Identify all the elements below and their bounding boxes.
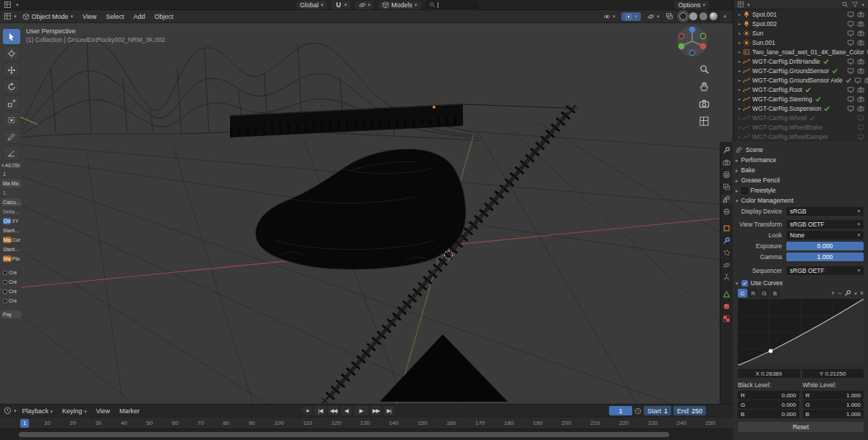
- curve-point-selected[interactable]: [769, 349, 773, 353]
- disclosure-icon[interactable]: ▸: [739, 96, 741, 101]
- outliner-item[interactable]: ▸WGT-CarRig.Suspension: [733, 103, 868, 113]
- filter-icon[interactable]: [851, 1, 859, 8]
- outliner-item[interactable]: ▸Sun.001: [733, 38, 868, 47]
- outliner-item[interactable]: ▸Spot.001: [733, 9, 868, 19]
- monitor-icon[interactable]: [857, 114, 864, 122]
- tool-transform[interactable]: [3, 112, 20, 127]
- options-dropdown[interactable]: Options ▾: [674, 1, 709, 9]
- monitor-icon[interactable]: [847, 86, 854, 93]
- checkbox[interactable]: [3, 289, 7, 294]
- models-dropdown[interactable]: Models ▾: [378, 1, 421, 9]
- section-bake[interactable]: ▸Bake: [736, 165, 864, 175]
- section-grease-pencil[interactable]: ▸Grease Pencil: [736, 175, 864, 185]
- timeline-scrollbar[interactable]: [0, 428, 733, 440]
- addon-button[interactable]: Ma Ma: [1, 179, 22, 187]
- addon-button[interactable]: Calcu...: [1, 198, 22, 206]
- channel-c-button[interactable]: C: [738, 289, 747, 297]
- disclosure-icon[interactable]: ▸: [739, 87, 741, 92]
- tab-texture[interactable]: [721, 313, 733, 323]
- disclosure-icon[interactable]: ▸: [739, 21, 741, 26]
- white-b-field[interactable]: B1.000: [803, 410, 864, 418]
- search-icon[interactable]: [841, 1, 848, 8]
- zoom-out-button[interactable]: −: [838, 289, 841, 297]
- monitor-icon[interactable]: [854, 77, 861, 84]
- outliner-item[interactable]: ▸WGT-CarRig.Wheel: [733, 113, 868, 122]
- transform-orientation-dropdown[interactable]: Global ▾: [297, 1, 328, 9]
- outliner-item[interactable]: ▸Two_lane_road_wet_01_4K_Base_Color: [733, 47, 868, 56]
- curve-graph[interactable]: [738, 299, 864, 365]
- scrollbar-thumb[interactable]: [19, 432, 669, 437]
- outliner-item[interactable]: ▸WGT-CarRig.DriftHandle: [733, 56, 868, 66]
- tool-annotate[interactable]: [3, 129, 20, 144]
- outliner-item[interactable]: ▸Sun: [733, 28, 868, 38]
- light-object-dot[interactable]: [433, 106, 435, 109]
- tab-object-data[interactable]: [721, 289, 733, 299]
- black-g-field[interactable]: G0.000: [738, 400, 799, 409]
- camera-icon[interactable]: [857, 20, 864, 28]
- editor-type-icon[interactable]: [4, 12, 12, 20]
- tab-material[interactable]: [721, 301, 733, 311]
- outliner-item[interactable]: ▸WGT-CarRig.Steering: [733, 94, 868, 103]
- checkbox[interactable]: [3, 271, 7, 275]
- camera-view-icon[interactable]: [699, 98, 710, 109]
- addon-checkbox-row[interactable]: Cre: [1, 287, 22, 295]
- monitor-icon[interactable]: [857, 124, 864, 131]
- play-reverse-button[interactable]: ◀: [341, 406, 352, 415]
- auto-key-button[interactable]: ●: [302, 406, 312, 415]
- tool-cursor[interactable]: [3, 46, 20, 61]
- monitor-icon[interactable]: [847, 105, 854, 112]
- addon-field[interactable]: OriXY: [1, 217, 22, 225]
- monitor-icon[interactable]: [847, 96, 854, 103]
- chevron-down-icon[interactable]: ▾: [861, 2, 864, 7]
- disclosure-icon[interactable]: ▸: [739, 124, 741, 130]
- editor-type-icon[interactable]: [737, 1, 744, 8]
- section-freestyle[interactable]: ▸Freestyle: [736, 185, 864, 195]
- outliner-item[interactable]: ▸WGT-CarRig.GroundSensor Axle: [733, 75, 868, 85]
- menu-object[interactable]: Object: [150, 12, 176, 22]
- addon-button[interactable]: Pay: [1, 310, 22, 318]
- disclosure-icon[interactable]: ▸: [739, 12, 741, 17]
- search-input[interactable]: [425, 1, 479, 9]
- disclosure-icon[interactable]: ▸: [739, 106, 741, 111]
- monitor-icon[interactable]: [847, 11, 854, 18]
- shading-material-button[interactable]: [699, 12, 707, 20]
- section-color-management[interactable]: ▾Color Management: [736, 195, 864, 206]
- camera-icon[interactable]: [857, 67, 864, 75]
- menu-playback[interactable]: Playback ▾: [19, 406, 57, 416]
- black-b-field[interactable]: B0.000: [738, 410, 799, 418]
- prev-keyframe-button[interactable]: ◀◀: [328, 406, 339, 415]
- monitor-icon[interactable]: [847, 39, 854, 46]
- disclosure-icon[interactable]: ▸: [739, 30, 741, 35]
- preview-range-icon[interactable]: [634, 407, 642, 415]
- monitor-icon[interactable]: [847, 58, 854, 65]
- use-curves-row[interactable]: ▾ Use Curves: [736, 278, 864, 288]
- chevron-down-icon[interactable]: ▾: [747, 2, 750, 7]
- channel-r-button[interactable]: R: [749, 289, 758, 297]
- freestyle-checkbox[interactable]: [741, 187, 748, 194]
- gizmos-dropdown[interactable]: ▾: [621, 12, 641, 21]
- tab-output[interactable]: [721, 169, 733, 179]
- black-r-field[interactable]: R0.000: [738, 391, 799, 399]
- outliner-item[interactable]: ▸WGT-CarRig.WheelDamper: [733, 132, 868, 141]
- tab-render[interactable]: [721, 157, 733, 167]
- camera-icon[interactable]: [857, 39, 864, 46]
- camera-icon[interactable]: [857, 58, 864, 65]
- mode-dropdown[interactable]: Object Mode ▾: [19, 12, 77, 21]
- tool-scale[interactable]: [3, 96, 20, 111]
- tool-rotate[interactable]: [3, 79, 20, 94]
- menu-marker[interactable]: Marker: [116, 406, 143, 416]
- disclosure-icon[interactable]: ▸: [739, 77, 741, 82]
- frame-start-field[interactable]: Start 1: [644, 406, 671, 415]
- curve-y-field[interactable]: Y 0.21250: [802, 369, 864, 378]
- disclosure-icon[interactable]: ▸: [739, 68, 741, 73]
- timeline-editor-icon[interactable]: [4, 407, 12, 415]
- monitor-icon[interactable]: [847, 67, 854, 75]
- menu-timeline-view[interactable]: View: [93, 406, 114, 416]
- tab-world[interactable]: [721, 206, 733, 216]
- menu-view[interactable]: View: [79, 12, 100, 22]
- checkbox[interactable]: [3, 280, 7, 284]
- camera-icon[interactable]: [864, 77, 868, 84]
- camera-icon[interactable]: [857, 30, 864, 37]
- addon-field[interactable]: MaCur: [1, 236, 22, 244]
- addon-field[interactable]: MaPla: [1, 255, 22, 263]
